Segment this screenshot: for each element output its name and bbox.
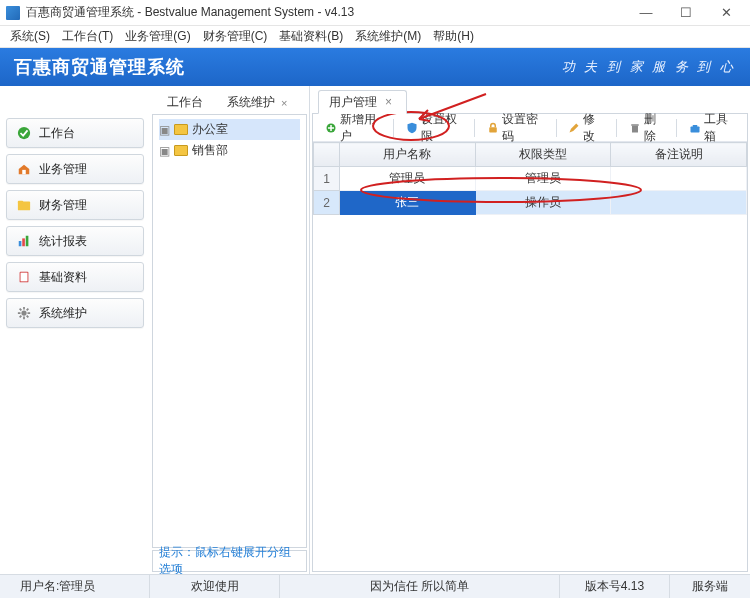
svg-rect-1 [22,170,26,174]
folder-icon [174,124,188,135]
tree-item[interactable]: ▣销售部 [159,140,300,161]
center-tabs: 工作台系统维护× [150,86,309,114]
svg-rect-5 [22,238,25,246]
column-header[interactable]: 权限类型 [475,143,611,167]
nav-label: 工作台 [39,125,75,142]
svg-rect-15 [693,125,698,127]
status-version: 版本号4.13 [560,575,670,598]
nav-label: 业务管理 [39,161,87,178]
nav-chart[interactable]: 统计报表 [6,226,144,256]
close-icon[interactable]: × [385,95,392,109]
nav-gear[interactable]: 系统维护 [6,298,144,328]
department-tree[interactable]: ▣办公室▣销售部 [152,114,307,548]
menu-item[interactable]: 基础资料(B) [273,26,349,47]
banner: 百惠商贸通管理系统 功 夫 到 家 服 务 到 心 [0,48,750,86]
maximize-button[interactable]: ☐ [666,1,706,25]
edit-button[interactable]: 修改 [562,117,610,139]
nav-label: 统计报表 [39,233,87,250]
row-header-col [314,143,340,167]
toolbar-label: 修改 [583,111,604,145]
svg-rect-8 [21,273,28,282]
svg-rect-3 [18,201,23,204]
folder-icon [174,145,188,156]
status-tagline: 因为信任 所以简单 [280,575,560,598]
toolbar: 新增用户设置权限设置密码修改删除工具箱 [313,114,747,142]
menu-item[interactable]: 系统维护(M) [349,26,427,47]
close-button[interactable]: ✕ [706,1,746,25]
column-header[interactable]: 用户名称 [340,143,476,167]
tree-hint: 提示：鼠标右键展开分组选项 [152,550,307,572]
status-welcome: 欢迎使用 [150,575,280,598]
svg-rect-11 [490,127,498,132]
svg-rect-12 [632,125,638,132]
expand-icon[interactable]: ▣ [159,123,170,137]
toolbox-button[interactable]: 工具箱 [683,117,741,139]
status-user: 用户名:管理员 [0,575,150,598]
status-bar: 用户名:管理员 欢迎使用 因为信任 所以简单 版本号4.13 服务端 [0,574,750,598]
nav-label: 系统维护 [39,305,87,322]
table-row[interactable]: 2张三操作员 [314,191,747,215]
column-header[interactable]: 备注说明 [611,143,747,167]
table-cell[interactable]: 张三 [340,191,476,215]
window-title: 百惠商贸通管理系统 - Bestvalue Management System … [26,4,626,21]
table-cell[interactable]: 管理员 [475,167,611,191]
table-cell[interactable] [611,191,747,215]
nav-check[interactable]: 工作台 [6,118,144,148]
menu-item[interactable]: 系统(S) [4,26,56,47]
toolbar-label: 设置密码 [502,111,543,145]
svg-rect-13 [631,124,638,125]
left-nav: 工作台业务管理财务管理统计报表基础资料系统维护 [0,86,150,574]
svg-rect-6 [26,236,29,247]
svg-rect-14 [691,126,700,132]
svg-point-0 [18,127,30,139]
set-permission-button[interactable]: 设置权限 [400,117,468,139]
add-user-button[interactable]: 新增用户 [319,117,387,139]
table-row[interactable]: 1管理员管理员 [314,167,747,191]
tree-label: 办公室 [192,121,228,138]
set-password-button[interactable]: 设置密码 [481,117,549,139]
tree-label: 销售部 [192,142,228,159]
table-cell[interactable] [611,167,747,191]
separator [616,119,617,137]
titlebar: 百惠商贸通管理系统 - Bestvalue Management System … [0,0,750,26]
nav-folder[interactable]: 财务管理 [6,190,144,220]
expand-icon[interactable]: ▣ [159,144,170,158]
menu-bar: 系统(S)工作台(T)业务管理(G)财务管理(C)基础资料(B)系统维护(M)帮… [0,26,750,48]
nav-house[interactable]: 业务管理 [6,154,144,184]
row-number: 2 [314,191,340,215]
center-panel: 工作台系统维护× ▣办公室▣销售部 提示：鼠标右键展开分组选项 [150,86,310,574]
nav-label: 财务管理 [39,197,87,214]
user-grid[interactable]: 用户名称权限类型备注说明1管理员管理员2张三操作员 [313,142,747,571]
separator [556,119,557,137]
app-icon [6,6,20,20]
menu-item[interactable]: 业务管理(G) [119,26,196,47]
table-cell[interactable]: 管理员 [340,167,476,191]
row-number: 1 [314,167,340,191]
toolbar-label: 设置权限 [421,111,462,145]
minimize-button[interactable]: — [626,1,666,25]
center-tab[interactable]: 工作台 [156,90,214,114]
delete-button[interactable]: 删除 [623,117,671,139]
right-panel: 用户管理× 新增用户设置权限设置密码修改删除工具箱 用户名称权限类型备注说明1管… [310,86,750,574]
app-title: 百惠商贸通管理系统 [14,55,185,79]
separator [393,119,394,137]
nav-book[interactable]: 基础资料 [6,262,144,292]
status-edition: 服务端 [670,575,750,598]
separator [474,119,475,137]
menu-item[interactable]: 财务管理(C) [197,26,274,47]
center-tab[interactable]: 系统维护× [216,90,298,114]
tree-item[interactable]: ▣办公室 [159,119,300,140]
separator [676,119,677,137]
menu-item[interactable]: 帮助(H) [427,26,480,47]
toolbar-label: 工具箱 [704,111,735,145]
right-tab[interactable]: 用户管理× [318,90,407,114]
svg-rect-4 [19,241,22,246]
svg-point-9 [21,310,26,315]
app-slogan: 功 夫 到 家 服 务 到 心 [562,58,736,76]
table-cell[interactable]: 操作员 [475,191,611,215]
toolbar-label: 删除 [644,111,665,145]
menu-item[interactable]: 工作台(T) [56,26,119,47]
nav-label: 基础资料 [39,269,87,286]
toolbar-label: 新增用户 [340,111,381,145]
close-icon[interactable]: × [281,97,287,109]
